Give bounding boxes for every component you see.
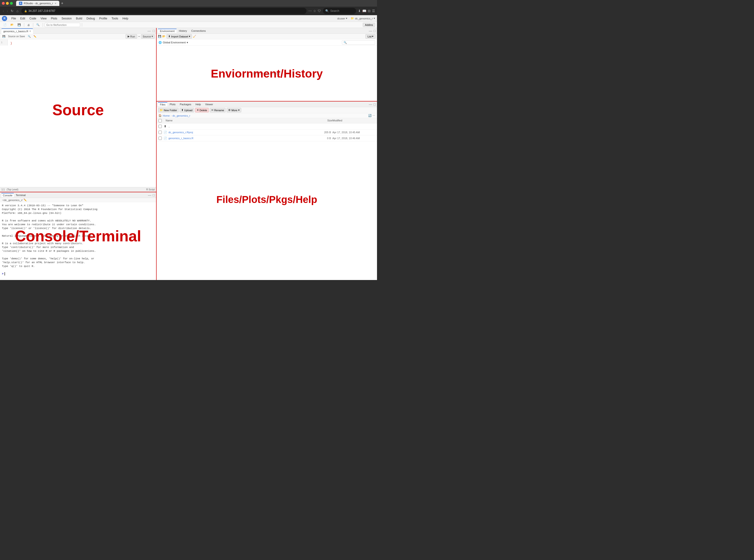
open-file-btn[interactable]: 📂 — [9, 23, 15, 27]
source-save-btn[interactable]: 💾 — [1, 35, 6, 38]
close-button[interactable] — [2, 2, 5, 5]
files-maximize-btn[interactable]: □ — [374, 102, 375, 106]
console-content[interactable]: R version 3.4.4 (2018-03-15) -- "Someone… — [0, 202, 156, 280]
url-bar[interactable]: 🔒 34.207.167.219:8787 — [21, 8, 307, 14]
file-row-0[interactable]: 📄 dc_genomics_r.Rproj 205 B Apr 17, 2018… — [157, 129, 377, 135]
files-minimize-btn[interactable]: — — [369, 102, 372, 106]
parent-dir-checkbox[interactable] — [158, 125, 162, 128]
extensions-icon[interactable]: ⋯ — [308, 9, 312, 13]
name-column-header[interactable]: Name — [166, 119, 313, 122]
menu-view[interactable]: View — [39, 16, 49, 21]
go-to-file-input[interactable] — [45, 23, 80, 27]
menu-code[interactable]: Code — [27, 16, 38, 21]
source-tools-btn[interactable]: ✏️ — [33, 35, 37, 38]
source-find-btn[interactable]: 🔍 — [27, 35, 32, 38]
console-line-16: 'help.start()' for an HTML browser inter… — [2, 261, 154, 264]
find-btn[interactable]: 🔍 — [35, 23, 41, 27]
new-file-btn[interactable]: 📄 — [2, 23, 8, 27]
global-env-selector[interactable]: 🌐 Global Environment ▾ — [158, 41, 188, 44]
menu-edit[interactable]: Edit — [18, 16, 27, 21]
save-file-btn[interactable]: 💾 — [16, 23, 22, 27]
menu-tools[interactable]: Tools — [110, 16, 120, 21]
size-column-header[interactable]: Size — [313, 119, 332, 122]
breadcrumb-project[interactable]: dc_genomics_r — [173, 114, 190, 117]
help-tab[interactable]: Help — [194, 102, 203, 106]
bookmark-icon[interactable]: ☆ — [313, 9, 316, 13]
tab-close-button[interactable]: ✕ — [55, 2, 56, 5]
console-maximize-btn[interactable]: □ — [153, 193, 155, 197]
code-area[interactable]: 1 } — [0, 39, 156, 187]
print-btn[interactable]: 🖨 — [26, 23, 31, 27]
minimize-button[interactable] — [6, 2, 9, 5]
parent-dir-row[interactable]: ⬆ .. — [157, 123, 377, 129]
source-file-tab[interactable]: genomics_r_basics.R ✕ — [1, 28, 33, 34]
environment-tab[interactable]: Environment — [158, 29, 176, 33]
reading-list-icon[interactable]: 📖 — [362, 9, 366, 13]
file-tab-close[interactable]: ✕ — [29, 30, 31, 33]
code-content[interactable]: } — [8, 40, 156, 46]
history-tab[interactable]: History — [177, 29, 189, 33]
env-save-icon[interactable]: 💾 — [158, 35, 161, 38]
file-name-1[interactable]: genomics_r_basics.R — [169, 137, 311, 140]
file-checkbox-0[interactable] — [158, 131, 162, 134]
new-folder-button[interactable]: 📁 New Folder — [158, 108, 179, 113]
file-name-0[interactable]: dc_genomics_r.Rproj — [169, 131, 311, 134]
file-row-1[interactable]: 📄 genomics_r_basics.R 0 B Apr 17, 2018, … — [157, 135, 377, 141]
menu-icon[interactable]: ☰ — [372, 9, 375, 13]
viewer-tab[interactable]: Viewer — [203, 102, 215, 106]
console-tab[interactable]: Console — [1, 193, 14, 197]
files-tab[interactable]: Files — [158, 102, 167, 106]
source-on-save-btn[interactable]: Source on Save — [7, 35, 26, 38]
env-search-input[interactable] — [342, 40, 375, 44]
menu-file[interactable]: File — [9, 16, 18, 21]
delete-button[interactable]: ✕ Delete — [195, 108, 209, 113]
menu-profile[interactable]: Profile — [97, 16, 109, 21]
breadcrumb-home[interactable]: Home — [163, 114, 170, 117]
addins-button[interactable]: Addins — [363, 23, 375, 27]
files-more-icon[interactable]: ⋯ — [372, 114, 375, 117]
refresh-icon[interactable]: 🔄 — [368, 114, 371, 117]
parent-dir-name[interactable]: .. — [169, 125, 311, 128]
run-button[interactable]: ▶ Run — [125, 34, 137, 39]
source-button[interactable]: Source ▾ — [141, 34, 155, 39]
search-bar[interactable]: 🔍 Search — [323, 8, 356, 14]
terminal-tab[interactable]: Terminal — [14, 193, 27, 197]
reload-button[interactable]: ↻ — [10, 8, 15, 13]
menu-session[interactable]: Session — [60, 16, 74, 21]
modified-column-header[interactable]: Modified — [332, 119, 375, 122]
upload-button[interactable]: ⬆ Upload — [180, 108, 194, 113]
select-all-checkbox[interactable] — [158, 119, 162, 122]
forward-button[interactable]: › — [6, 8, 9, 13]
source-minimize-btn[interactable]: — — [148, 29, 151, 33]
list-button[interactable]: List ▾ — [365, 34, 375, 39]
console-minimize-btn[interactable]: — — [148, 193, 151, 197]
prompt-cursor[interactable] — [4, 272, 7, 276]
env-minimize-btn[interactable]: — — [369, 29, 372, 33]
browser-tab[interactable]: R RStudio - dc_genomics_r ✕ — [16, 1, 59, 6]
rename-button[interactable]: ✏ Rename — [210, 108, 226, 113]
file-checkbox-1[interactable] — [158, 137, 162, 140]
menu-help[interactable]: Help — [120, 16, 130, 21]
maximize-button[interactable] — [10, 2, 13, 5]
download-icon[interactable]: ⬇ — [358, 9, 361, 13]
packages-tab[interactable]: Packages — [178, 102, 193, 106]
import-dataset-button[interactable]: ⬇ Import Dataset ▾ — [167, 34, 192, 39]
home-button[interactable]: ⌂ — [15, 8, 19, 13]
new-tab-button[interactable]: + — [61, 1, 63, 5]
connections-tab[interactable]: Connections — [189, 29, 208, 33]
menu-debug[interactable]: Debug — [85, 16, 97, 21]
console-prompt[interactable]: > — [2, 272, 154, 276]
env-maximize-btn[interactable]: □ — [374, 29, 375, 33]
env-open-icon[interactable]: 📂 — [162, 35, 166, 38]
menu-build[interactable]: Build — [74, 16, 84, 21]
file-modified-1: Apr 17, 2018, 10:46 AM — [332, 137, 375, 140]
plots-tab[interactable]: Plots — [168, 102, 177, 106]
menu-plots[interactable]: Plots — [49, 16, 59, 21]
more-button[interactable]: ⚙ More ▾ — [227, 108, 241, 113]
source-maximize-btn[interactable]: □ — [153, 29, 155, 33]
shield-icon[interactable]: 🛡 — [318, 9, 321, 13]
back-button[interactable]: ‹ — [2, 8, 5, 13]
console-line-7: Type 'license()' or 'licence()' for dist… — [2, 226, 154, 230]
sidebar-icon[interactable]: ⊟ — [368, 9, 371, 13]
env-clear-icon[interactable]: 🧹 — [193, 35, 196, 38]
